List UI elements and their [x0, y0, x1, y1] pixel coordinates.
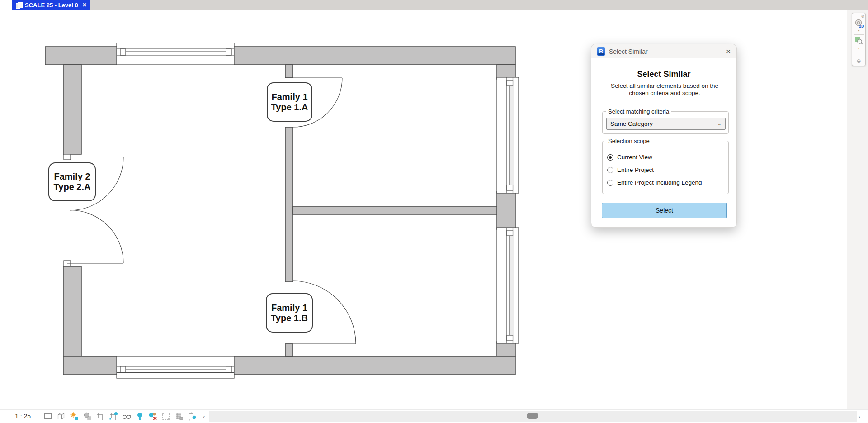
radio-button-icon[interactable] [607, 154, 613, 161]
select-button[interactable]: Select [602, 203, 727, 218]
wheel-2d-badge: 2D [859, 24, 864, 29]
radio-button-icon[interactable] [607, 167, 613, 173]
temporary-view-properties-icon[interactable] [161, 411, 171, 421]
radio-label: Entire Project Including Legend [617, 179, 702, 186]
wall[interactable] [45, 47, 119, 65]
chevron-down-icon: ⌄ [717, 121, 722, 127]
radio-button-icon[interactable] [607, 180, 613, 186]
tag-line: Family 1 [271, 92, 307, 102]
floor-plan [0, 0, 868, 423]
radio-entire-project-including-legend[interactable]: Entire Project Including Legend [607, 179, 702, 186]
radio-label: Entire Project [617, 166, 654, 173]
wall[interactable] [497, 65, 515, 79]
dialog-heading: Select Similar [591, 70, 736, 79]
view-scale-button[interactable]: 1 : 25 [15, 413, 31, 420]
radio-label: Current View [617, 154, 652, 161]
shadows-icon[interactable] [82, 411, 92, 421]
displaced-elements-icon[interactable] [174, 411, 184, 421]
dialog-titlebar[interactable]: R Select Similar ✕ [591, 44, 736, 58]
navigation-wheel-2d-icon[interactable]: 2D [854, 19, 863, 28]
wall[interactable] [497, 342, 515, 356]
scope-group-label: Selection scope [606, 138, 651, 144]
zoom-region-icon[interactable] [854, 36, 863, 45]
scroll-right-icon[interactable]: › [858, 411, 867, 422]
select-similar-dialog: R Select Similar ✕ Select Similar Select… [591, 44, 737, 228]
navigation-bar: ⊗ 2D ▾ ▾ ⊖ [852, 13, 866, 66]
visual-scale-icon[interactable] [43, 411, 53, 421]
horizontal-scrollbar[interactable] [209, 411, 857, 422]
navbar-divider [854, 34, 864, 35]
revit-app-icon: R [597, 47, 605, 56]
revit-window: SCALE 25 - Level 0 ✕ [0, 0, 868, 423]
tag-line: Family 2 [54, 171, 90, 182]
wall[interactable] [63, 65, 81, 154]
tag-line: Type 1.B [271, 313, 308, 323]
wall[interactable] [497, 191, 515, 229]
interior-wall[interactable] [293, 206, 497, 214]
scrollbar-thumb[interactable] [527, 413, 538, 419]
reveal-hidden-elements-icon[interactable] [135, 411, 145, 421]
interior-wall[interactable] [285, 127, 293, 282]
crop-view-icon[interactable] [95, 411, 105, 421]
matching-criteria-dropdown[interactable]: Same Category ⌄ [606, 118, 726, 130]
pan-icon[interactable]: ⊖ [856, 58, 861, 64]
interior-wall[interactable] [285, 65, 293, 78]
window-right-upper[interactable] [497, 77, 519, 193]
worksharing-display-icon[interactable] [148, 411, 158, 421]
window-top[interactable] [117, 43, 234, 65]
window-right-lower[interactable] [497, 228, 519, 343]
wheel-options-chevron-icon[interactable]: ▾ [858, 29, 859, 33]
wall[interactable] [63, 266, 81, 356]
temporary-hide-isolate-icon[interactable] [122, 411, 132, 421]
dialog-close-icon[interactable]: ✕ [726, 48, 731, 55]
dialog-title: Select Similar [609, 48, 648, 55]
criteria-group-label: Select matching criteria [606, 108, 671, 115]
wall[interactable] [231, 47, 515, 65]
wall[interactable] [231, 356, 515, 375]
view-control-icons [43, 411, 197, 421]
window-bottom[interactable] [117, 356, 234, 378]
sun-path-icon[interactable] [69, 411, 79, 421]
show-crop-region-icon[interactable] [108, 411, 118, 421]
collapse-view-bar-icon[interactable]: ‹ [203, 413, 205, 420]
navbar-close-icon[interactable]: ⊗ [861, 14, 864, 19]
radio-entire-project[interactable]: Entire Project [607, 166, 654, 173]
radio-current-view[interactable]: Current View [607, 154, 652, 161]
right-rail [847, 10, 868, 409]
dropdown-value: Same Category [610, 120, 653, 127]
tag-line: Type 1.A [271, 102, 308, 113]
tag-line: Family 1 [271, 303, 307, 313]
criteria-groupbox: Select matching criteria Same Category ⌄ [602, 111, 729, 134]
detail-level-icon[interactable] [56, 411, 66, 421]
wall[interactable] [63, 356, 119, 375]
interior-wall[interactable] [285, 344, 293, 356]
tag-line: Type 2.A [54, 182, 91, 192]
reveal-constraints-icon[interactable] [187, 411, 197, 421]
door-tag-2a[interactable]: Family 2 Type 2.A [48, 162, 96, 201]
dialog-description: Select all similar elements based on the… [605, 82, 724, 96]
door-tag-1a[interactable]: Family 1 Type 1.A [267, 82, 312, 122]
zoom-options-chevron-icon[interactable]: ▾ [858, 46, 859, 50]
door-tag-1b[interactable]: Family 1 Type 1.B [266, 293, 313, 333]
scope-groupbox: Selection scope Current View Entire Proj… [602, 141, 729, 194]
